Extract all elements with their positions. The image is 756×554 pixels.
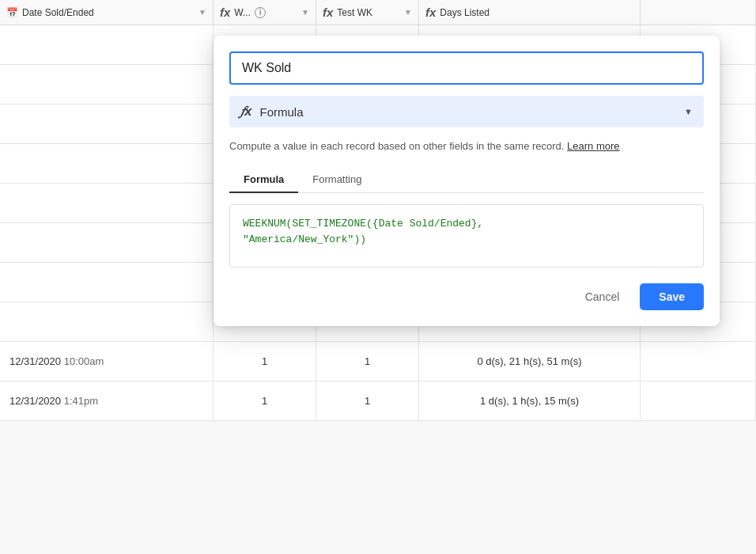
fx-icon-testwk: fx bbox=[323, 6, 333, 19]
tab-formula[interactable]: Formula bbox=[229, 167, 298, 193]
cancel-button[interactable]: Cancel bbox=[574, 284, 631, 309]
col-testwk-label: Test WK bbox=[337, 7, 372, 18]
tab-formatting[interactable]: Formatting bbox=[298, 167, 376, 193]
col-header-testwk[interactable]: fx Test WK ▼ bbox=[316, 0, 419, 25]
field-description: Compute a value in each record based on … bbox=[229, 138, 704, 154]
save-button[interactable]: Save bbox=[640, 283, 704, 310]
cell-date-1: 12/31/2020 1:41pm bbox=[0, 381, 214, 420]
chevron-down-icon-type: ▼ bbox=[684, 107, 693, 116]
table-header: 📅 Date Sold/Ended ▼ fx W... i ▼ fx Test … bbox=[0, 0, 756, 25]
cell-date-0: 12/31/2020 10:00am bbox=[0, 342, 214, 381]
cell-dayslisted-0: 0 d(s), 21 h(s), 51 m(s) bbox=[419, 342, 641, 381]
field-name-input[interactable] bbox=[229, 51, 704, 85]
col-header-date[interactable]: 📅 Date Sold/Ended ▼ bbox=[0, 0, 214, 25]
chevron-down-icon: ▼ bbox=[198, 8, 206, 17]
field-type-label: Formula bbox=[259, 105, 676, 119]
calendar-icon: 📅 bbox=[6, 7, 18, 18]
cell-wk-0: 1 bbox=[214, 342, 316, 381]
table-wrapper: 📅 Date Sold/Ended ▼ fx W... i ▼ fx Test … bbox=[0, 0, 756, 554]
fx-icon: fx bbox=[220, 6, 230, 19]
cell-testwk-1: 1 bbox=[316, 381, 419, 420]
tabs: Formula Formatting bbox=[229, 167, 704, 193]
col-date-label: Date Sold/Ended bbox=[22, 7, 94, 18]
chevron-down-icon-wk: ▼ bbox=[301, 8, 309, 17]
col-header-extra bbox=[641, 0, 756, 25]
col-header-wk[interactable]: fx W... i ▼ bbox=[214, 0, 316, 25]
modal-actions: Cancel Save bbox=[229, 283, 704, 310]
formula-editor[interactable]: WEEKNUM(SET_TIMEZONE({Date Sold/Ended}, … bbox=[229, 204, 704, 268]
col-dayslisted-label: Days Listed bbox=[440, 7, 490, 18]
learn-more-link[interactable]: Learn more bbox=[567, 140, 619, 152]
table-row-0: 12/31/2020 10:00am 1 1 0 d(s), 21 h(s), … bbox=[0, 342, 756, 381]
field-editor-modal: 𝑓x Formula ▼ Compute a value in each rec… bbox=[214, 36, 720, 326]
cell-wk-1: 1 bbox=[214, 381, 316, 420]
formula-type-icon: 𝑓x bbox=[240, 104, 251, 120]
table-row-1: 12/31/2020 1:41pm 1 1 1 d(s), 1 h(s), 15… bbox=[0, 381, 756, 421]
info-icon: i bbox=[255, 7, 266, 18]
field-type-selector[interactable]: 𝑓x Formula ▼ bbox=[229, 96, 704, 127]
col-wk-label: W... bbox=[234, 7, 251, 18]
cell-dayslisted-1: 1 d(s), 1 h(s), 15 m(s) bbox=[419, 381, 641, 420]
chevron-down-icon-testwk: ▼ bbox=[404, 8, 412, 17]
col-header-dayslisted[interactable]: fx Days Listed bbox=[419, 0, 641, 25]
fx-icon-dayslisted: fx bbox=[425, 6, 436, 19]
cell-testwk-0: 1 bbox=[316, 342, 419, 381]
